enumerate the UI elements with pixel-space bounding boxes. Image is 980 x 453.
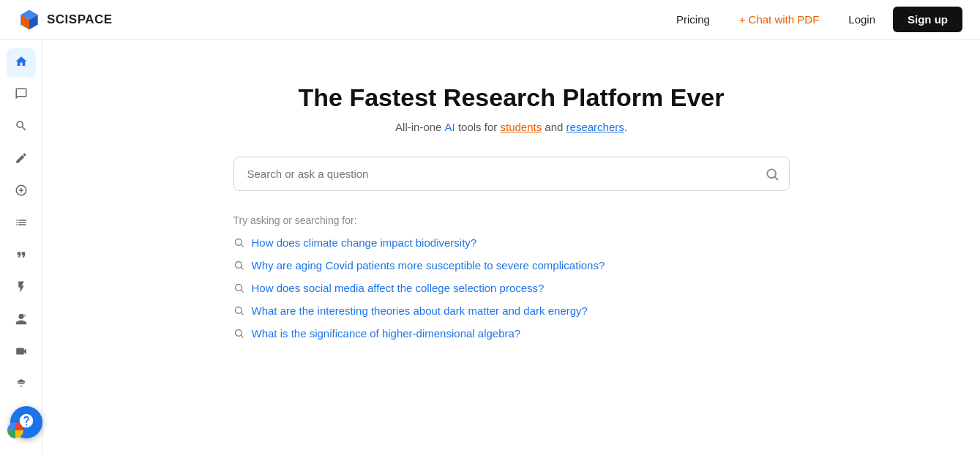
header-nav: Pricing + Chat with PDF Login Sign up (665, 7, 962, 32)
svg-text:AI: AI (23, 314, 26, 318)
sidebar-item-flash[interactable] (7, 274, 36, 303)
app-container: AI The Fastest Research Platform Ever Al… (0, 40, 980, 453)
home-icon (15, 55, 28, 72)
sidebar-item-api[interactable] (7, 177, 36, 206)
announce-icon (15, 377, 28, 394)
logo-text: SCISPACE (47, 12, 113, 27)
list-icon (15, 216, 28, 233)
main-content: The Fastest Research Platform Ever All-i… (42, 40, 980, 453)
svg-line-16 (241, 290, 243, 292)
chat-icon (15, 87, 28, 104)
header: SCISPACE Pricing + Chat with PDF Login S… (0, 0, 980, 40)
sidebar-item-search[interactable] (7, 113, 36, 142)
sidebar-item-announce[interactable] (7, 370, 36, 400)
suggestion-item-1[interactable]: How does climate change impact biodivers… (233, 236, 790, 249)
chrome-indicator (7, 422, 23, 438)
logo[interactable]: SCISPACE (18, 8, 113, 31)
scispace-logo-icon (18, 8, 41, 31)
login-link[interactable]: Login (837, 7, 887, 31)
api-icon (15, 184, 28, 201)
suggestion-search-icon-1 (233, 237, 244, 248)
suggestion-link-4[interactable]: What are the interesting theories about … (252, 304, 588, 317)
svg-line-20 (241, 335, 243, 337)
sidebar: AI (0, 40, 42, 453)
search-icon (765, 167, 779, 181)
signup-button[interactable]: Sign up (893, 7, 962, 32)
suggestion-item-2[interactable]: Why are aging Covid patients more suscep… (233, 259, 790, 272)
hero-subtitle: All-in-one AI tools for students and res… (395, 121, 627, 133)
hero-title: The Fastest Research Platform Ever (298, 83, 724, 112)
ai-user-icon: AI (15, 312, 28, 329)
sidebar-item-cite[interactable] (7, 242, 36, 271)
suggestion-item-4[interactable]: What are the interesting theories about … (233, 304, 790, 317)
svg-line-14 (241, 267, 243, 269)
suggestion-link-3[interactable]: How does social media affect the college… (252, 282, 545, 294)
suggestion-link-2[interactable]: Why are aging Covid patients more suscep… (252, 259, 605, 272)
sidebar-item-edit[interactable] (7, 145, 36, 174)
flash-icon (15, 280, 28, 297)
suggestions-section: Try asking or searching for: How does cl… (233, 214, 790, 350)
sidebar-item-video[interactable] (7, 338, 36, 367)
chat-with-pdf-link[interactable]: + Chat with PDF (727, 7, 831, 31)
chat-pdf-plus-icon: + (739, 13, 746, 26)
sidebar-item-ai-user[interactable]: AI (7, 306, 36, 335)
suggestion-search-icon-4 (233, 305, 244, 316)
suggestions-label: Try asking or searching for: (233, 214, 790, 226)
suggestion-link-5[interactable]: What is the significance of higher-dimen… (252, 327, 521, 340)
search-submit-button[interactable] (765, 167, 779, 181)
search-input[interactable] (233, 157, 790, 191)
sidebar-item-chat[interactable] (7, 81, 36, 110)
quote-icon (15, 248, 28, 265)
sidebar-item-home[interactable] (7, 48, 36, 78)
pricing-link[interactable]: Pricing (665, 7, 722, 31)
edit-icon (15, 151, 28, 168)
svg-line-10 (774, 176, 777, 179)
suggestion-link-1[interactable]: How does climate change impact biodivers… (252, 236, 477, 249)
suggestion-search-icon-3 (233, 282, 244, 293)
suggestion-search-icon-2 (233, 260, 244, 271)
suggestion-item-5[interactable]: What is the significance of higher-dimen… (233, 327, 790, 340)
sidebar-item-list[interactable] (7, 209, 36, 239)
suggestion-search-icon-5 (233, 328, 244, 339)
svg-line-12 (241, 244, 243, 247)
svg-line-18 (241, 312, 243, 315)
suggestion-item-3[interactable]: How does social media affect the college… (233, 282, 790, 294)
search-container (233, 157, 790, 191)
video-icon (15, 345, 28, 362)
search-loop-icon (15, 119, 28, 136)
